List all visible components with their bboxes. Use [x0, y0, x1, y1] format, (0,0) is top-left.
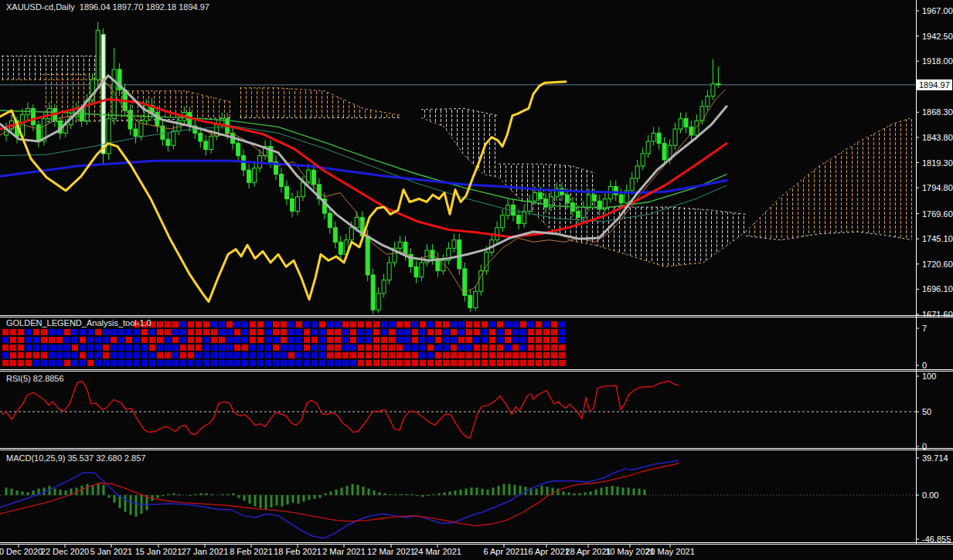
trading-chart-window: 1967.001942.501918.001868.301843.801819.…: [0, 0, 953, 560]
current-price-tag: 1894.97: [917, 80, 952, 90]
time-axis-label[interactable]: 20 May 2021: [645, 547, 695, 556]
macd-histogram-bar: [390, 494, 392, 495]
time-axis-label[interactable]: 27 Jan 2021: [182, 547, 229, 556]
price-axis-label[interactable]: 1794.80: [922, 183, 953, 192]
price-axis-label[interactable]: 1720.60: [922, 260, 953, 269]
macd-histogram-bar: [206, 494, 208, 495]
macd-histogram-bar: [292, 495, 294, 503]
macd-histogram-bar: [5, 487, 8, 495]
macd-histogram-bar: [314, 495, 316, 499]
macd-histogram-bar: [16, 490, 19, 495]
macd-histogram-bar: [546, 487, 549, 495]
macd-histogram-bar: [395, 494, 397, 495]
time-axis-label[interactable]: 6 Apr 2021: [483, 547, 524, 556]
indicator-scale-label[interactable]: 0.00: [922, 490, 938, 500]
macd-histogram-bar: [157, 495, 159, 498]
time-axis-label[interactable]: 22 Dec 2020: [41, 547, 89, 556]
macd-histogram-bar: [617, 487, 619, 495]
macd-histogram-bar: [11, 489, 13, 495]
macd-histogram-bar: [303, 495, 305, 501]
rsi-panel-label: RSI(5) 82.8856: [6, 374, 64, 383]
price-axis-label[interactable]: 1942.50: [922, 32, 953, 41]
macd-histogram-bar: [454, 490, 457, 495]
macd-histogram-bar: [373, 490, 376, 495]
macd-histogram-bar: [427, 495, 430, 496]
macd-histogram-bar: [606, 487, 608, 495]
indicator-scale-label[interactable]: 0: [922, 442, 927, 451]
indicator-scale-label[interactable]: 39.714: [922, 453, 948, 463]
macd-histogram-bar: [601, 487, 603, 495]
macd-histogram-bar: [633, 489, 635, 495]
macd-histogram-bar: [87, 484, 89, 495]
time-axis-label[interactable]: 16 Apr 2021: [523, 547, 569, 556]
macd-histogram-bar: [579, 494, 581, 495]
price-axis-label[interactable]: 1671.60: [922, 310, 953, 319]
macd-histogram-bar: [108, 495, 111, 498]
macd-histogram-bar: [590, 491, 592, 495]
macd-histogram-bar: [135, 495, 138, 517]
candle: [101, 29, 105, 165]
macd-histogram-bar: [200, 494, 203, 495]
macd-histogram-bar: [628, 487, 630, 495]
macd-histogram-bar: [276, 495, 278, 505]
macd-histogram-bar: [417, 495, 419, 496]
macd-histogram-bar: [227, 494, 230, 495]
time-axis-label[interactable]: 28 Apr 2021: [565, 547, 611, 556]
price-axis-label[interactable]: 1843.80: [922, 133, 953, 142]
macd-histogram-bar: [449, 491, 451, 495]
candle: [458, 234, 461, 275]
macd-histogram-bar: [476, 487, 478, 495]
price-axis-label[interactable]: 1769.60: [922, 209, 953, 219]
indicator-scale-label[interactable]: -46.855: [922, 535, 951, 544]
time-axis-label[interactable]: 15 Jan 2021: [135, 547, 182, 556]
macd-histogram-bar: [568, 492, 570, 495]
macd-histogram-bar: [281, 495, 284, 507]
macd-histogram-bar: [287, 495, 289, 504]
time-axis-label[interactable]: 24 Mar 2021: [414, 547, 461, 556]
macd-histogram-bar: [119, 495, 121, 508]
time-axis-label[interactable]: 8 Feb 2021: [230, 547, 273, 556]
macd-histogram-bar: [438, 494, 441, 495]
candle: [107, 113, 111, 160]
macd-histogram-bar: [330, 491, 332, 495]
macd-histogram-bar: [168, 494, 170, 495]
time-axis-label[interactable]: 10 Dec 2020: [0, 547, 43, 556]
time-axis-label[interactable]: 18 Feb 2021: [274, 547, 322, 556]
chart-canvas[interactable]: 1967.001942.501918.001868.301843.801819.…: [0, 0, 953, 560]
time-axis-label[interactable]: 2 Mar 2021: [322, 547, 366, 556]
macd-histogram-bar: [482, 489, 484, 495]
macd-histogram-bar: [611, 486, 614, 495]
macd-histogram-bar: [162, 495, 165, 496]
price-axis-label[interactable]: 1696.10: [922, 284, 953, 294]
macd-histogram-bar: [460, 490, 462, 495]
macd-histogram-bar: [130, 495, 132, 514]
macd-histogram-bar: [584, 492, 587, 495]
macd-histogram-bar: [557, 489, 560, 495]
macd-histogram-bar: [384, 494, 386, 495]
price-axis-label[interactable]: 1918.00: [922, 56, 953, 66]
macd-histogram-bar: [492, 487, 495, 495]
indicator-scale-label[interactable]: 7: [922, 324, 927, 333]
candle: [371, 269, 375, 314]
indicator-scale-label[interactable]: 50: [922, 407, 931, 416]
macd-histogram-bar: [644, 490, 646, 495]
macd-histogram-bar: [509, 484, 511, 495]
price-axis-label[interactable]: 1819.30: [922, 158, 953, 168]
macd-histogram-bar: [238, 495, 240, 498]
macd-histogram-bar: [411, 494, 414, 495]
macd-histogram-bar: [195, 494, 197, 495]
macd-histogram-bar: [433, 494, 435, 495]
macd-histogram-bar: [368, 489, 370, 495]
macd-panel-label: MACD(10,25,9) 35.537 32.680 2.857: [6, 453, 145, 463]
macd-histogram-bar: [65, 490, 67, 495]
time-axis-label[interactable]: 5 Jan 2021: [90, 547, 132, 556]
time-axis-label[interactable]: 12 Mar 2021: [367, 547, 415, 556]
macd-histogram-bar: [346, 486, 349, 495]
indicator-scale-label[interactable]: 100: [922, 372, 936, 381]
price-axis-label[interactable]: 1868.30: [922, 107, 953, 117]
price-axis-label[interactable]: 1967.00: [922, 6, 953, 15]
indicator-scale-label[interactable]: 0: [922, 361, 927, 370]
ohlc-values-label: 1896.04 1897.70 1892.18 1894.97: [80, 2, 209, 12]
price-axis-label[interactable]: 1745.10: [922, 234, 953, 243]
macd-histogram-bar: [319, 495, 322, 498]
